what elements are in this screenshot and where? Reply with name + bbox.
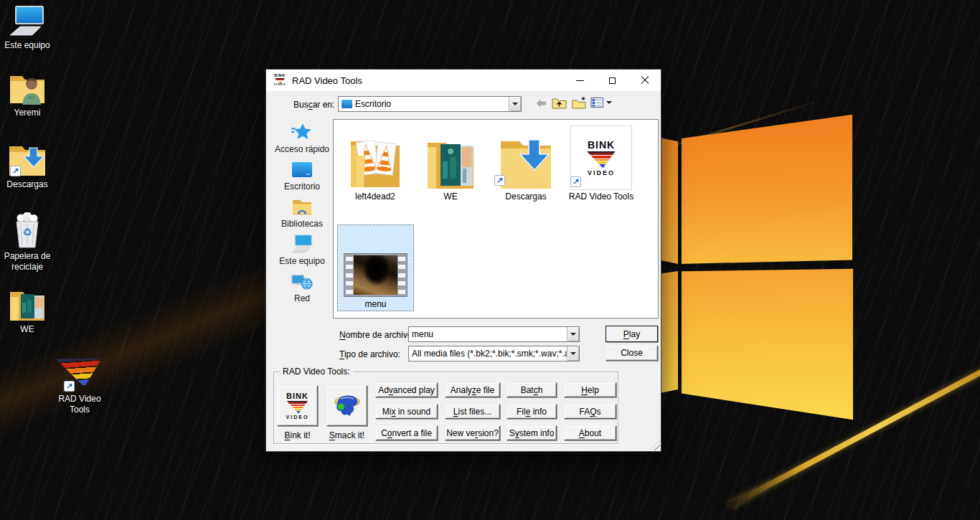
shortcut-arrow-icon: ↗ [494, 175, 505, 186]
faqs-button[interactable]: FAQs [564, 404, 616, 419]
smack-it-label: Smack it! [326, 430, 367, 440]
file-label: Descargas [505, 192, 546, 202]
libraries-folder-icon [291, 196, 313, 218]
quick-access-star-icon [291, 121, 313, 143]
filename-combobox[interactable] [408, 326, 580, 342]
folder-vlc-icon [338, 124, 413, 190]
pictures-folder-icon [8, 288, 47, 321]
filetype-dropdown-button[interactable] [567, 346, 579, 361]
sidebar-item-network[interactable]: Red [272, 270, 332, 308]
sidebar-item-label: Red [294, 293, 310, 303]
file-info-button[interactable]: File info [507, 404, 557, 419]
desktop-icon-rad-video-tools[interactable]: ↗ RAD Video Tools [52, 354, 107, 415]
filename-input[interactable] [412, 329, 564, 339]
sidebar-item-desktop[interactable]: Escritorio [272, 159, 332, 196]
downloads-folder-icon: ↗ [7, 143, 47, 176]
filetype-label: Tipo de archivo: [339, 349, 400, 359]
computer-icon [291, 233, 314, 255]
recycle-bin-icon: ♻ [11, 215, 44, 248]
desktop-icon-we[interactable]: WE [0, 288, 55, 335]
desktop-icon-label: Yeremi [14, 108, 41, 118]
mix-in-sound-button[interactable]: Mix in sound [375, 404, 438, 419]
desktop-icon-papelera[interactable]: ♻ Papelera de reciclaje [0, 215, 55, 273]
minimize-icon [576, 80, 584, 81]
bink-it-button[interactable]: BINK VIDEO [277, 385, 318, 426]
analyze-file-button[interactable]: Analyze file [445, 382, 500, 397]
resize-grip[interactable] [650, 440, 660, 450]
new-folder-button[interactable] [571, 95, 587, 110]
bink-logo-icon: BINK VIDEO [278, 386, 317, 425]
play-button[interactable]: Play [606, 326, 658, 342]
video-thumbnail [344, 253, 407, 297]
look-in-combobox[interactable]: Escritorio [338, 96, 522, 112]
filetype-combobox[interactable]: All media files (*.bk2;*.bik;*.smk;*.wav… [408, 346, 580, 361]
file-label: RAD Video Tools [569, 192, 633, 202]
play-button-label: Play [623, 329, 640, 339]
close-button-label: Close [621, 348, 643, 358]
chevron-down-icon [606, 101, 612, 104]
rad-video-tools-dialog: BINK VIDEO RAD Video Tools Buscar en: Es… [265, 69, 661, 452]
up-one-level-button[interactable] [551, 95, 567, 110]
look-in-label: Buscar en: [293, 100, 334, 110]
filmstrip-holes-left [346, 255, 353, 295]
up-folder-icon [552, 96, 567, 109]
wallpaper-windows-logo-pane-left-top [660, 138, 678, 264]
list-files-button[interactable]: List files... [445, 404, 500, 419]
new-folder-icon [572, 96, 587, 109]
help-button[interactable]: Help [564, 382, 616, 397]
minimize-button[interactable] [564, 70, 596, 91]
file-item-rad-video-tools[interactable]: BINK VIDEO ↗ RAD Video Tools [564, 124, 639, 204]
view-menu-button[interactable] [590, 96, 612, 109]
about-button[interactable]: About [564, 425, 616, 440]
shortcut-arrow-icon: ↗ [10, 166, 21, 176]
shortcut-arrow-icon: ↗ [64, 381, 75, 392]
file-item-we[interactable]: WE [413, 124, 488, 204]
smack-it-button[interactable] [326, 385, 367, 426]
desktop-icon-label: RAD Video Tools [52, 394, 107, 415]
rad-tornado-icon: ↗ [57, 354, 103, 387]
new-version-button[interactable]: New version? [445, 425, 500, 440]
desktop-icon-label: Papelera de reciclaje [0, 251, 55, 273]
user-folder-icon [8, 72, 47, 105]
desktop-monitor-icon [291, 159, 313, 181]
group-title: RAD Video Tools: [280, 367, 353, 377]
system-info-button[interactable]: System info [507, 425, 557, 440]
batch-button[interactable]: Batch [507, 382, 557, 397]
downloads-folder-icon: ↗ [489, 124, 563, 190]
desktop-icon-label: Este equipo [4, 40, 50, 51]
desktop-icon-descargas[interactable]: ↗ Descargas [0, 143, 55, 190]
folder-image-icon [413, 124, 488, 190]
title-bar[interactable]: BINK VIDEO RAD Video Tools [266, 70, 661, 91]
sidebar-item-this-pc[interactable]: Este equipo [272, 233, 332, 270]
network-globe-icon [291, 270, 313, 293]
video-word: VIDEO [588, 170, 615, 176]
filename-dropdown-button[interactable] [567, 327, 579, 341]
maximize-button[interactable] [596, 70, 628, 91]
desktop-icon-este-equipo[interactable]: Este equipo [0, 4, 55, 51]
desktop-icon-yeremi[interactable]: Yeremi [0, 72, 55, 118]
close-dialog-button[interactable]: Close [606, 345, 658, 361]
look-in-value: Escritorio [355, 99, 391, 109]
back-button[interactable] [534, 98, 547, 109]
advanced-play-button[interactable]: Advanced play [375, 382, 438, 397]
close-button[interactable] [628, 70, 661, 91]
look-in-dropdown-button[interactable] [509, 97, 521, 111]
file-item-left4dead2[interactable]: left4dead2 [338, 124, 413, 204]
chevron-down-icon [570, 352, 576, 355]
convert-a-file-button[interactable]: Convert a file [375, 425, 438, 440]
file-list[interactable]: left4dead2 WE [333, 119, 659, 318]
bink-it-label: Bink it! [277, 430, 318, 440]
file-item-menu-selected[interactable]: menu [338, 225, 413, 311]
sidebar-item-label: Bibliotecas [281, 219, 323, 229]
sidebar-item-label: Este equipo [279, 256, 324, 266]
desktop-mini-icon [341, 100, 352, 108]
desktop-icon-label: Descargas [6, 179, 47, 190]
bink-word: BINK [588, 140, 615, 150]
file-item-descargas[interactable]: ↗ Descargas [489, 124, 563, 204]
sidebar-item-quick-access[interactable]: Acceso rápido [272, 121, 332, 159]
computer-icon [9, 4, 45, 37]
file-label: menu [364, 299, 386, 309]
sidebar-item-label: Acceso rápido [275, 144, 329, 154]
sidebar-item-libraries[interactable]: Bibliotecas [272, 196, 332, 233]
smacker-logo-icon [332, 391, 362, 421]
